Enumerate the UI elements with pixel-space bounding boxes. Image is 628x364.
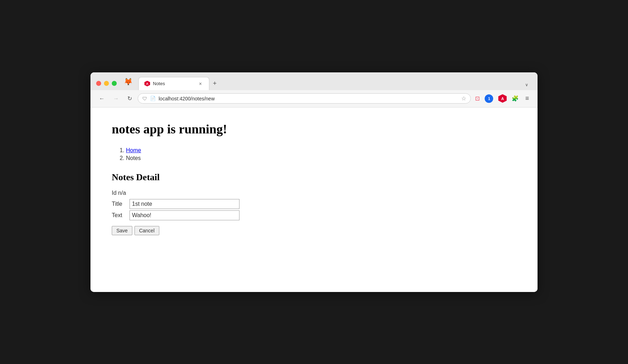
address-input[interactable] [159, 96, 458, 101]
active-tab[interactable]: A Notes × [138, 77, 209, 90]
breadcrumb-item-notes: Notes [126, 155, 516, 161]
cancel-button[interactable]: Cancel [134, 226, 159, 235]
text-label: Text [112, 212, 130, 219]
bookmark-button[interactable]: ☆ [461, 95, 466, 102]
pocket-extension-button[interactable]: ⊡ [474, 94, 481, 103]
close-window-button[interactable] [96, 81, 101, 86]
text-row: Text [112, 210, 516, 220]
back-button[interactable]: ← [96, 94, 108, 103]
browser-menu-button[interactable]: ≡ [522, 93, 532, 104]
tabs-dropdown-button[interactable]: ∨ [522, 80, 532, 89]
page-icon: 📄 [150, 96, 156, 101]
browser-extensions: ⊡ 1 A 🧩 ≡ [474, 93, 532, 104]
title-label: Title [112, 201, 130, 207]
home-link[interactable]: Home [126, 147, 141, 153]
form-buttons: Save Cancel [112, 226, 516, 235]
tab-close-button[interactable]: × [198, 80, 203, 87]
id-value: n/a [118, 190, 126, 196]
text-input[interactable] [130, 210, 239, 220]
1password-icon: 1 [485, 94, 493, 103]
id-row: Id n/a [112, 190, 516, 196]
angular-ext-icon: A [498, 94, 507, 103]
tab-title: Notes [153, 81, 195, 86]
forward-button[interactable]: → [110, 94, 122, 103]
title-bar: 🦊 A Notes × + ∨ [90, 72, 538, 90]
app-heading: notes app is running! [112, 122, 516, 137]
minimize-window-button[interactable] [104, 81, 109, 86]
save-button[interactable]: Save [112, 226, 132, 235]
section-heading: Notes Detail [112, 172, 516, 183]
address-bar[interactable]: 🛡 📄 ☆ [138, 93, 471, 104]
firefox-icon: 🦊 [124, 77, 133, 86]
nav-bar: ← → ↻ 🛡 📄 ☆ ⊡ 1 A 🧩 ≡ [90, 90, 538, 107]
new-tab-button[interactable]: + [209, 78, 220, 89]
angular-icon: A [144, 81, 150, 87]
tabs-area: A Notes × + ∨ [138, 77, 532, 90]
angular-extension-button[interactable]: A [497, 93, 508, 104]
notes-form: Id n/a Title Text Save Cancel [112, 190, 516, 235]
shield-icon: 🛡 [142, 96, 147, 101]
extensions-button[interactable]: 🧩 [510, 94, 520, 103]
reload-button[interactable]: ↻ [125, 94, 135, 103]
title-row: Title [112, 199, 516, 209]
breadcrumb-item-home: Home [126, 147, 516, 154]
tab-favicon: A [144, 81, 150, 87]
page-content: notes app is running! Home Notes Notes D… [90, 107, 538, 292]
breadcrumb-notes-label: Notes [126, 155, 141, 161]
1password-extension-button[interactable]: 1 [483, 93, 495, 104]
browser-window: 🦊 A Notes × + ∨ ← → ↻ 🛡 📄 ☆ ⊡ 1 [90, 72, 538, 292]
breadcrumb: Home Notes [112, 147, 516, 161]
id-label: Id [112, 190, 116, 196]
maximize-window-button[interactable] [112, 81, 117, 86]
window-controls [96, 81, 117, 86]
title-input[interactable] [130, 199, 239, 209]
